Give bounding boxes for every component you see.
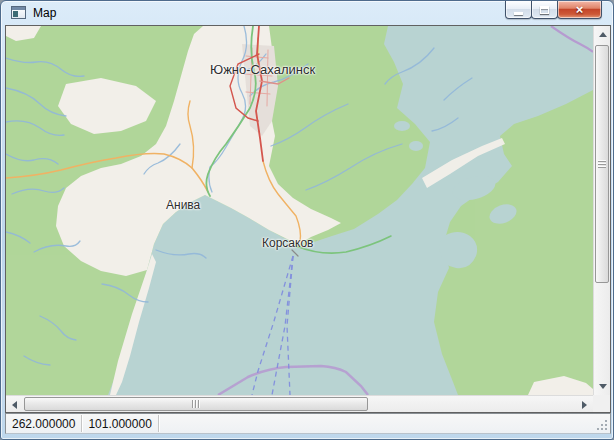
grip-icon (192, 400, 200, 408)
scroll-left-button[interactable] (6, 396, 23, 413)
vertical-scrollbar[interactable] (593, 26, 610, 395)
resize-grip[interactable] (596, 419, 608, 431)
arrow-down-icon (599, 384, 607, 389)
map-viewport[interactable]: Южно-Сахалинск Анива Корсаков (6, 26, 593, 395)
horizontal-scrollbar[interactable] (6, 395, 593, 412)
scrollbar-corner (593, 395, 610, 412)
vertical-scrollbar-thumb[interactable] (595, 45, 609, 283)
arrow-right-icon (582, 401, 587, 409)
maximize-button[interactable] (531, 1, 558, 19)
caption-buttons: × (505, 1, 602, 19)
map-widget: Южно-Сахалинск Анива Корсаков (5, 25, 611, 413)
horizontal-scrollbar-thumb[interactable] (24, 397, 368, 411)
minimize-button[interactable] (505, 1, 532, 19)
window-title: Map (33, 6, 56, 20)
scroll-up-button[interactable] (594, 26, 611, 43)
scroll-down-button[interactable] (594, 378, 611, 395)
grip-icon (598, 160, 606, 168)
arrow-left-icon (12, 401, 17, 409)
arrow-up-icon (599, 32, 607, 37)
window: Map × (0, 0, 614, 440)
status-bar: 262.000000 101.000000 (5, 413, 611, 434)
scroll-right-button[interactable] (576, 396, 593, 413)
close-icon: × (576, 2, 584, 18)
app-window-icon[interactable] (11, 6, 26, 19)
status-field-x: 262.000000 (6, 415, 82, 432)
status-field-y: 101.000000 (82, 415, 158, 432)
map-canvas (6, 26, 593, 395)
close-button[interactable]: × (557, 1, 602, 19)
minimize-icon (514, 12, 523, 15)
maximize-icon (540, 6, 549, 14)
